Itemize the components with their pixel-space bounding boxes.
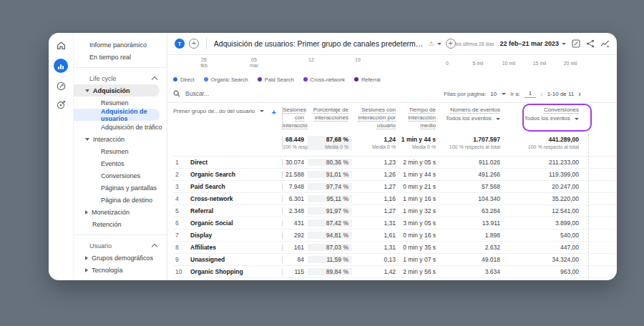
home-icon[interactable]: [56, 40, 67, 51]
explore-icon[interactable]: [56, 81, 67, 92]
reports-icon[interactable]: [54, 59, 68, 73]
date-range-picker[interactable]: 22 feb–21 mar 2023: [499, 40, 566, 47]
advertising-icon[interactable]: [56, 99, 67, 110]
table-row: 8Affiliates16187,03 %1,310 min y 35 s2.6…: [173, 242, 617, 254]
row-number: 5: [173, 207, 187, 214]
row-number: 8: [173, 244, 187, 251]
channel-cell[interactable]: 1Direct: [173, 159, 282, 166]
chevron-down-icon: [260, 110, 264, 112]
dimension-header-cell[interactable]: Primer grupo de...do del usuario +: [173, 107, 282, 134]
page-title: Adquisición de usuarios: Primer grupo de…: [214, 39, 425, 48]
value-event-count: 13.911: [439, 219, 504, 227]
column-header-tiempo-de-interaccion[interactable]: Tiempo de interacción medio: [399, 107, 439, 129]
row-number: 6: [173, 219, 187, 227]
chevron-down-icon[interactable]: [437, 43, 441, 45]
value-event-count: 63.284: [439, 207, 504, 214]
add-comparison-button[interactable]: +: [446, 39, 456, 49]
sidebar-item-adquisicion[interactable]: Adquisición: [74, 84, 160, 97]
event-filter-select[interactable]: Todos los eventos: [439, 115, 500, 123]
value-engaged-sessions: 431: [282, 219, 308, 227]
add-dimension-button[interactable]: +: [272, 108, 276, 117]
channel-cell[interactable]: 7Display: [173, 232, 282, 239]
channel-cell[interactable]: 5Referral: [173, 207, 282, 214]
sidebar-divider: [74, 234, 167, 235]
value-conversions: 211.233,00: [504, 159, 582, 166]
table-row: 3Paid Search7.94897,74 %1,270 min y 21 s…: [173, 181, 617, 193]
conversion-filter-select[interactable]: Todos los eventos: [504, 115, 579, 123]
value-event-count: 1.898: [439, 232, 504, 239]
sidebar-item-adq-resumen[interactable]: Resumen: [74, 97, 167, 109]
sidebar-item-informe-panoramico[interactable]: Informe panorámico: [74, 39, 167, 51]
edit-report-button[interactable]: [572, 39, 580, 48]
next-page-button[interactable]: ›: [578, 90, 581, 98]
column-header-porcentaje-de-interacciones[interactable]: Porcentaje de interacciones: [308, 107, 352, 122]
share-button[interactable]: [586, 39, 595, 48]
value-engaged-sessions: 115: [282, 268, 308, 275]
column-header-sesiones-con-interaccion[interactable]: Sesiones con interacción: [282, 107, 308, 129]
sidebar-item-interaccion[interactable]: Interacción: [74, 133, 167, 145]
channel-cell[interactable]: 10Organic Shopping: [173, 268, 282, 275]
sidebar-item-paginas-y-pantallas[interactable]: Páginas y pantallas: [74, 182, 167, 194]
sidebar-item-label: Interacción: [93, 136, 125, 143]
search-input[interactable]: [184, 89, 273, 98]
sidebar-item-en-tiempo-real[interactable]: En tiempo real: [74, 51, 167, 63]
pagination-controls: Filas por página: 10 Ir a: ‹ 1-10 de 11 …: [444, 90, 581, 98]
value-conversions: 12.541,00: [504, 207, 582, 214]
value-engaged-sessions: 161: [282, 244, 308, 251]
sidebar-item-grupos-demograficos[interactable]: Grupos demográficos: [74, 252, 167, 264]
channel-cell[interactable]: 4Cross-network: [173, 195, 282, 202]
value-sessions-per-user: 1,27: [352, 207, 399, 214]
channel-name: Affiliates: [187, 244, 282, 251]
column-header-conversiones[interactable]: ConversionesTodos los eventos: [504, 107, 582, 123]
data-warning-icon[interactable]: ⚠: [429, 40, 434, 47]
previous-page-button[interactable]: ‹: [540, 90, 543, 98]
column-header-numero-de-eventos[interactable]: Número de eventosTodos los eventos: [439, 107, 504, 123]
sidebar-item-eventos[interactable]: Eventos: [74, 157, 167, 169]
goto-page-input[interactable]: [525, 90, 536, 98]
sidebar-item-label: Conversiones: [101, 172, 140, 179]
rows-per-page-select[interactable]: 10: [490, 91, 506, 97]
channel-cell[interactable]: 9Unassigned: [173, 256, 282, 263]
value-engaged-sessions: 2.348: [282, 207, 308, 214]
sidebar-item-label: Adquisición de usuarios: [101, 108, 160, 122]
bar-axis-tick: 15 mil: [533, 61, 547, 66]
sidebar-item-int-resumen[interactable]: Resumen: [74, 145, 167, 157]
sidebar-section-life-cycle[interactable]: Life cycle: [74, 72, 167, 84]
bar-axis-tick: 10 mil: [502, 61, 516, 66]
report-content: 26feb 05mar 12 19 0 5 mil 10 mil 15 mil …: [167, 55, 617, 280]
value-event-count: 491.266: [439, 171, 504, 178]
insights-button[interactable]: [600, 39, 610, 48]
line-axis-tick: 26feb: [200, 57, 208, 69]
legend-item: Referral: [354, 76, 381, 83]
totals-engagement-rate: 87,68 %Media 0 %: [308, 136, 352, 150]
value-sessions-per-user: 1,23: [352, 159, 399, 166]
channel-cell[interactable]: 3Paid Search: [173, 183, 282, 190]
add-tab-button[interactable]: +: [189, 39, 199, 49]
sidebar-section-usuario[interactable]: Usuario: [74, 239, 167, 252]
sidebar-item-pagina-de-destino[interactable]: Página de destino: [74, 194, 167, 206]
sidebar-item-retencion[interactable]: Retención: [74, 218, 167, 230]
sidebar-item-adquisicion-de-usuarios[interactable]: Adquisición de usuarios: [74, 109, 160, 121]
value-engagement-rate: 89,84 %: [308, 268, 352, 275]
sidebar-item-tecnologia[interactable]: Tecnología: [74, 264, 167, 276]
value-engagement-rate: 95,11 %: [308, 195, 352, 202]
table-row: 7Display29294,81 %1,610 min y 16 s1.8985…: [173, 229, 617, 242]
column-header-sesiones-por-usuario[interactable]: Sesiones con interacción por usuario: [352, 107, 399, 129]
channel-cell[interactable]: 2Organic Search: [173, 171, 282, 178]
value-engagement-time: 1 min y 16 s: [399, 195, 439, 202]
value-engagement-rate: 87,03 %: [308, 244, 352, 251]
table-row: 10Organic Shopping11589,84 %1,422 min y …: [173, 266, 617, 278]
sidebar-item-conversiones[interactable]: Conversiones: [74, 169, 167, 182]
totals-sessions-per-user: 1,24Media 0 %: [352, 136, 399, 150]
sidebar-item-label: En tiempo real: [89, 54, 131, 61]
collapse-chevron-icon: [152, 76, 157, 82]
channel-cell[interactable]: 8Affiliates: [173, 244, 282, 251]
sidebar-item-monetizacion[interactable]: Monetización: [74, 206, 167, 218]
table-row: 1Direct30.07480,36 %1,232 min y 05 s911.…: [173, 157, 617, 169]
sidebar-item-label: Grupos demográficos: [92, 255, 153, 262]
expanded-arrow-icon: [85, 138, 89, 141]
channel-cell[interactable]: 6Organic Social: [173, 219, 282, 227]
bar-axis-tick: 5 mil: [473, 61, 484, 66]
sidebar-item-adquisicion-de-trafico[interactable]: Adquisición de tráfico: [74, 121, 167, 133]
workspace-avatar[interactable]: T: [175, 39, 185, 49]
